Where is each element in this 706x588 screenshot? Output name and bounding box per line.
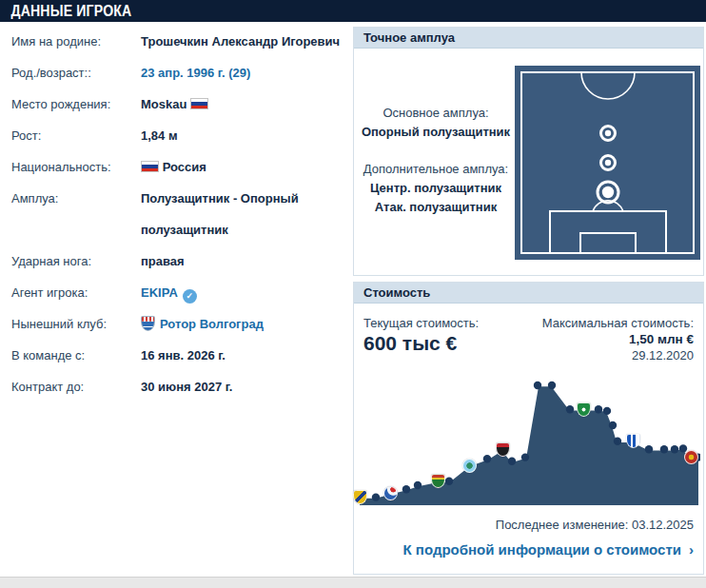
nationality-label: Национальность: [11,151,141,183]
contract-until-value: 30 июня 2027 г. [141,371,352,402]
russia-flag-icon [141,161,159,172]
market-value-chart[interactable] [360,372,700,517]
current-club-link[interactable]: Ротор Волгоград [160,317,264,331]
exact-position-header: Точное амплуа [354,28,703,49]
chevron-right-icon: › [689,541,694,558]
position-label: Амплуа: [11,183,141,245]
full-name-value: Трошечкин Александр Игоревич [141,26,352,57]
current-club-label: Нынешний клуб: [11,308,141,340]
row-birth-date: Род./возраст:: 23 апр. 1996 г. (29) [0,57,352,88]
height-value: 1,84 м [141,120,352,151]
value-details-link[interactable]: К подробной информации о стоимости› [403,541,694,558]
pitch-diagram [515,66,700,260]
row-position: Амплуа: Полузащитник - Опорный полузащит… [0,183,352,245]
foot-label: Ударная нога: [11,245,141,277]
birthplace-value: Moskau [141,88,352,120]
secondary-position-value-1: Центр. полузащитник [354,179,518,198]
row-agent: Агент игрока: EKIPA✓ [0,277,352,308]
last-change-text: Последнее изменение: 03.12.2025 [496,518,694,532]
verified-badge-icon: ✓ [183,289,197,304]
exact-position-box: Точное амплуа Основное амплуа: Опорный п… [353,27,704,276]
agent-link[interactable]: EKIPA [141,285,178,300]
birthplace-label: Место рождения: [11,88,141,120]
player-profile-panel: Имя на родине: Трошечкин Александр Игоре… [0,26,352,402]
birth-date-label: Род./возраст:: [11,57,141,88]
contract-until-label: Контракт до: [11,371,141,402]
height-label: Рост: [11,120,141,151]
position-description: Основное амплуа: Опорный полузащитник До… [354,104,518,217]
page-title: ДАННЫЕ ИГРОКА [0,0,131,22]
row-nationality: Национальность: Россия [0,151,352,183]
main-position-label: Основное амплуа: [354,104,518,123]
max-value: 1,50 млн € [542,331,694,347]
rotor-volgograd-crest-icon [141,316,155,331]
main-position-value: Опорный полузащитник [354,123,518,142]
section-header-player-data: ДАННЫЕ ИГРОКА [0,0,706,22]
current-value-block: Текущая стоимость: 600 тыс € [363,315,479,355]
secondary-position-label: Дополнительное амплуа: [354,160,518,179]
page-footer-strip [0,577,706,588]
market-value-header: Стоимость [354,283,703,304]
row-joined: В команде с: 16 янв. 2026 г. [0,340,352,371]
current-value-label: Текущая стоимость: [363,315,479,332]
russia-flag-icon [190,98,208,109]
row-birthplace: Место рождения: Moskau [0,88,352,120]
secondary-position-value-2: Атак. полузащитник [354,198,518,217]
max-value-date: 29.12.2020 [542,347,694,363]
foot-value: правая [141,245,352,277]
nationality-value: Россия [141,151,352,183]
position-value: Полузащитник - Опорный полузащитник [141,183,352,245]
joined-value: 16 янв. 2026 г. [141,340,352,371]
row-height: Рост: 1,84 м [0,120,352,151]
row-current-club: Нынешний клуб: Ротор Волгоград [0,308,352,340]
current-value: 600 тыс € [363,332,479,355]
joined-label: В команде с: [11,340,141,371]
market-value-chart-svg [360,372,700,517]
row-contract-until: Контракт до: 30 июня 2027 г. [0,371,352,402]
max-value-block: Максимальная стоимость: 1,50 млн € 29.12… [542,315,694,363]
market-value-box: Стоимость Текущая стоимость: 600 тыс € М… [353,282,704,575]
max-value-label: Максимальная стоимость: [542,315,694,331]
row-foot: Ударная нога: правая [0,245,352,277]
birth-date-link[interactable]: 23 апр. 1996 г. (29) [141,66,250,80]
agent-label: Агент игрока: [11,277,141,308]
row-full-name: Имя на родине: Трошечкин Александр Игоре… [0,26,352,57]
full-name-label: Имя на родине: [11,26,141,57]
